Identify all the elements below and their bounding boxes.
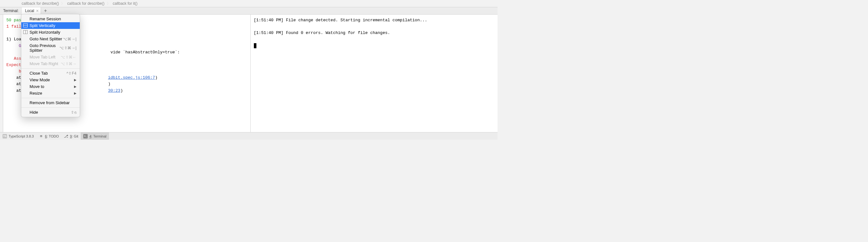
menu-resize[interactable]: Resize ▶	[21, 90, 80, 96]
tab-label: Local	[25, 8, 34, 13]
terminal-tab-local[interactable]: Local ×	[22, 7, 41, 14]
terminal-pane-right[interactable]: [1:51:40 PM] File change detected. Start…	[251, 14, 498, 132]
breadcrumb: callback for describe() 〉 callback for d…	[0, 0, 498, 7]
list-icon	[39, 134, 43, 139]
side-gutter[interactable]	[0, 14, 3, 132]
breadcrumb-item[interactable]: callback for describe()	[66, 1, 105, 6]
typescript-icon: TS	[3, 134, 7, 139]
split-vertical-icon	[23, 24, 28, 28]
cursor-icon	[254, 43, 256, 48]
status-todo[interactable]: 6: TODO	[36, 132, 62, 140]
chevron-right-icon: 〉	[106, 1, 112, 6]
menu-goto-previous-splitter[interactable]: Goto Previous Splitter ⌥⇧⌘→|	[21, 42, 80, 54]
log-line: [1:51:40 PM] Found 0 errors. Watching fo…	[254, 30, 390, 35]
menu-close-tab[interactable]: Close Tab ^⇧F4	[21, 70, 80, 77]
menu-hide[interactable]: Hide ⇧⎋	[21, 109, 80, 116]
tab-context-menu: Rename Session Split Vertically Split Ho…	[21, 14, 80, 117]
when-text: vide `hasAbstractOnly=true`:	[111, 50, 180, 55]
status-terminal[interactable]: >_ 4: Terminal	[81, 132, 109, 140]
breadcrumb-item[interactable]: callback for describe()	[20, 1, 60, 6]
chevron-right-icon: ▶	[74, 85, 76, 88]
menu-move-tab-right: Move Tab Right ⌥⇧⌘→	[21, 60, 80, 67]
menu-separator	[21, 98, 80, 98]
menu-rename-session[interactable]: Rename Session	[21, 16, 80, 22]
menu-view-mode[interactable]: View Mode ▶	[21, 77, 80, 83]
status-git[interactable]: 9: Git	[61, 132, 81, 140]
terminal-tab-bar: Terminal: Local × +	[0, 7, 498, 14]
terminal-icon: >_	[83, 134, 88, 139]
split-horizontal-icon	[23, 30, 28, 35]
terminal-label: Terminal:	[0, 8, 22, 13]
git-branch-icon	[64, 134, 68, 139]
menu-move-to[interactable]: Move to ▶	[21, 83, 80, 90]
close-icon[interactable]: ×	[36, 8, 38, 13]
status-typescript[interactable]: TS TypeScript 3.8.3	[0, 132, 36, 140]
menu-separator	[21, 68, 80, 69]
menu-separator	[21, 107, 80, 108]
chevron-right-icon: 〉	[60, 1, 66, 6]
file-link[interactable]: 30:23	[108, 88, 120, 93]
status-bar: TS TypeScript 3.8.3 6: TODO 9: Git >_ 4:…	[0, 132, 498, 140]
menu-move-tab-left: Move Tab Left ⌥⇧⌘←	[21, 54, 80, 60]
log-line: [1:51:40 PM] File change detected. Start…	[254, 18, 427, 23]
menu-remove-from-sidebar[interactable]: Remove from Sidebar	[21, 99, 80, 106]
breadcrumb-item[interactable]: callback for it()	[112, 1, 139, 6]
add-tab-button[interactable]: +	[41, 8, 50, 14]
menu-goto-next-splitter[interactable]: Goto Next Splitter ⌥⌘→|	[21, 36, 80, 42]
menu-split-horizontally[interactable]: Split Horizontally	[21, 29, 80, 36]
chevron-right-icon: ▶	[74, 78, 76, 82]
menu-split-vertically[interactable]: Split Vertically	[21, 22, 80, 29]
chevron-right-icon: ▶	[74, 91, 76, 95]
file-link[interactable]: idbit.spec.js:106:7	[108, 75, 155, 80]
